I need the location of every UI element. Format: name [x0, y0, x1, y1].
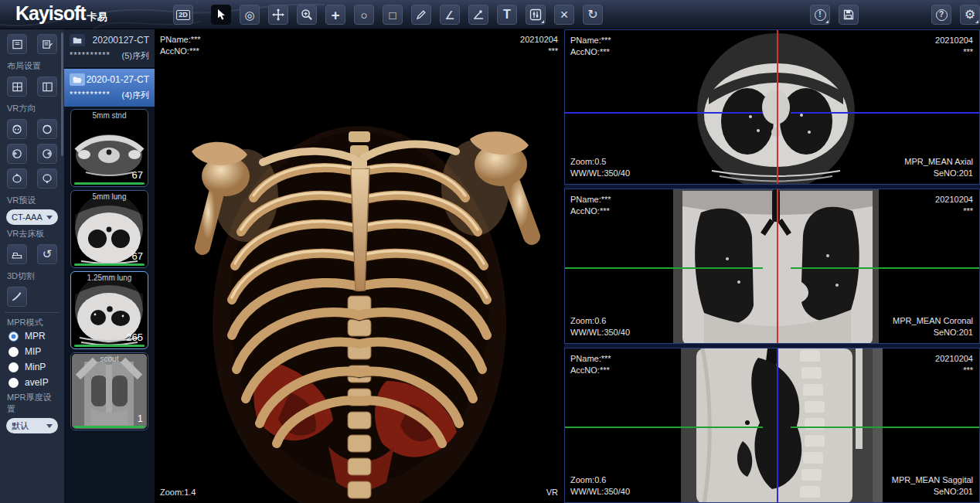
- save-icon: [842, 8, 855, 21]
- scalpel-button[interactable]: [7, 287, 27, 307]
- layout-2d-button[interactable]: 2D: [173, 5, 193, 25]
- render-mode: VR: [546, 487, 558, 498]
- layout-single-button[interactable]: [7, 34, 27, 54]
- accession-number: AccNO:***: [570, 365, 611, 376]
- vr-head-superior-button[interactable]: [7, 168, 27, 189]
- axial-crosshair-horizontal-right[interactable]: [791, 112, 979, 114]
- masked-value: ***: [935, 365, 973, 376]
- rotate-tool-button[interactable]: ◎: [240, 5, 260, 25]
- window-level: WW/WL:350/40: [570, 168, 630, 179]
- zoom-in-tool-button[interactable]: [297, 5, 317, 25]
- coronal-crosshair-horizontal-right[interactable]: [791, 267, 979, 269]
- vr-head-left-button[interactable]: [7, 144, 27, 164]
- coronal-crosshair-vertical[interactable]: [777, 189, 778, 343]
- sagittal-crosshair-vertical[interactable]: [777, 348, 778, 502]
- scalpel-icon: [11, 291, 23, 303]
- ellipse-icon: ○: [360, 9, 367, 21]
- vr-preset-label: VR预设: [0, 193, 64, 206]
- vr-3d-viewport[interactable]: PName:*** AccNO:*** 20210204 *** Zoom:1.…: [155, 29, 564, 503]
- coronal-crosshair-horizontal-left[interactable]: [565, 267, 763, 269]
- layout-split-button[interactable]: [37, 76, 57, 97]
- vr-preset-select[interactable]: CT-AAA: [6, 209, 58, 225]
- ellipse-tool-button[interactable]: ○: [354, 5, 374, 25]
- help-icon: ?: [936, 9, 948, 21]
- folder-icon: [70, 34, 85, 46]
- chevron-down-icon: [46, 216, 53, 219]
- text-tool-button[interactable]: T: [497, 5, 517, 25]
- radio-label: MinP: [25, 362, 46, 372]
- vr-head-anterior-button[interactable]: [7, 119, 27, 139]
- vr-bed-removal-label: VR去床板: [0, 226, 64, 240]
- logo-cn-text: 卡易: [87, 10, 107, 24]
- left-sidebar: 布局设置 VR方向: [0, 29, 64, 503]
- mpr-column: PName:***AccNO:*** 20210204*** Zoom:0.5W…: [564, 29, 980, 503]
- series-thumbnail-scout[interactable]: scout 1: [70, 352, 148, 430]
- head-left-icon: [11, 148, 23, 160]
- thumbnail-progress-bar: [74, 182, 145, 185]
- accession-number: AccNO:***: [570, 46, 611, 58]
- dropdown-corner-indicator: [975, 20, 978, 23]
- series-number: SeNO:201: [892, 486, 973, 498]
- mpr-axial-viewport[interactable]: PName:***AccNO:*** 20210204*** Zoom:0.5W…: [564, 29, 980, 185]
- head-inferior-icon: [41, 172, 53, 185]
- pan-tool-button[interactable]: [268, 5, 288, 25]
- series-thumbnail-5mm-lung[interactable]: 5mm lung 67: [70, 190, 148, 268]
- info-button[interactable]: !: [810, 5, 830, 25]
- view-mode: MPR_MEAN Saggital: [892, 474, 973, 486]
- thumbnail-image-count: 1: [138, 413, 143, 424]
- mpr-mode-radio-minp[interactable]: MinP: [0, 359, 64, 375]
- angle-tool-button[interactable]: ∠: [440, 5, 460, 25]
- window-level: WW/WL:350/40: [570, 327, 630, 338]
- help-button[interactable]: ?: [931, 5, 951, 25]
- open-folder-icon: [70, 73, 85, 86]
- axial-crosshair-vertical[interactable]: [777, 30, 778, 184]
- mpr-mode-radio-mip[interactable]: MIP: [0, 344, 64, 359]
- window-level-tool-button[interactable]: [526, 5, 546, 25]
- series-number: SeNO:201: [904, 168, 973, 179]
- study-item-selected[interactable]: 2020-01-27-CT ********** (4)序列: [64, 69, 155, 107]
- series-thumbnail-125mm-lung[interactable]: 1.25mm lung 265: [70, 271, 148, 349]
- mpr-mode-radio-aveip[interactable]: aveIP: [0, 375, 64, 390]
- select-tool-button[interactable]: [211, 5, 231, 25]
- delete-tool-button[interactable]: ×: [554, 5, 574, 25]
- remove-bed-button[interactable]: [7, 244, 27, 264]
- vr-preset-value: CT-AAA: [12, 212, 43, 222]
- mpr-coronal-viewport[interactable]: PName:***AccNO:*** 20210204*** Zoom:0.6W…: [564, 189, 980, 344]
- gear-icon: ⚙: [965, 8, 975, 21]
- head-superior-icon: [11, 172, 23, 185]
- layout-edit-button[interactable]: [37, 34, 57, 54]
- measure-tool-button[interactable]: [411, 5, 431, 25]
- bed-icon: [11, 248, 23, 260]
- pencil-icon: [415, 8, 427, 21]
- reset-icon: ↺: [43, 247, 53, 261]
- study-item[interactable]: 20200127-CT ********** (5)序列: [64, 29, 155, 67]
- vr-head-right-button[interactable]: [37, 144, 57, 164]
- bed-reset-button[interactable]: ↺: [37, 244, 57, 264]
- sagittal-crosshair-horizontal-left[interactable]: [565, 427, 763, 428]
- axial-crosshair-horizontal-left[interactable]: [565, 112, 763, 114]
- series-thumbnail-stnd[interactable]: 5mm stnd 67: [70, 109, 148, 187]
- dropdown-corner-indicator: [825, 20, 829, 23]
- masked-value: ***: [520, 46, 558, 57]
- vr-head-inferior-button[interactable]: [37, 168, 57, 189]
- mpr-sagittal-viewport[interactable]: PName:***AccNO:*** 20210204*** Zoom:0.6W…: [564, 348, 980, 503]
- mpr-thickness-select[interactable]: 默认: [6, 418, 58, 433]
- reset-tool-button[interactable]: ↻: [583, 5, 603, 25]
- vr-direction-label: VR方向: [0, 101, 64, 114]
- sidebar-scrollbar[interactable]: [61, 32, 63, 156]
- vr-head-posterior-button[interactable]: [37, 119, 57, 139]
- settings-button[interactable]: ⚙: [960, 5, 980, 25]
- save-button[interactable]: [839, 5, 859, 25]
- mpr-mode-radio-mpr[interactable]: MPR: [0, 328, 64, 344]
- sagittal-crosshair-horizontal-right[interactable]: [791, 427, 979, 428]
- series-number: SeNO:201: [893, 327, 973, 338]
- thumbnail-image-count: 67: [132, 169, 143, 181]
- crosshair-tool-button[interactable]: +: [325, 5, 345, 25]
- rectangle-tool-button[interactable]: □: [383, 5, 403, 25]
- crosshair-icon: +: [331, 8, 339, 22]
- layout-grid-button[interactable]: [7, 76, 27, 97]
- study-date: 20210204: [520, 34, 558, 46]
- cobb-angle-tool-button[interactable]: [468, 5, 488, 25]
- study-date: 20210204: [935, 35, 973, 46]
- vr-overlay-topleft: PName:*** AccNO:***: [160, 34, 201, 57]
